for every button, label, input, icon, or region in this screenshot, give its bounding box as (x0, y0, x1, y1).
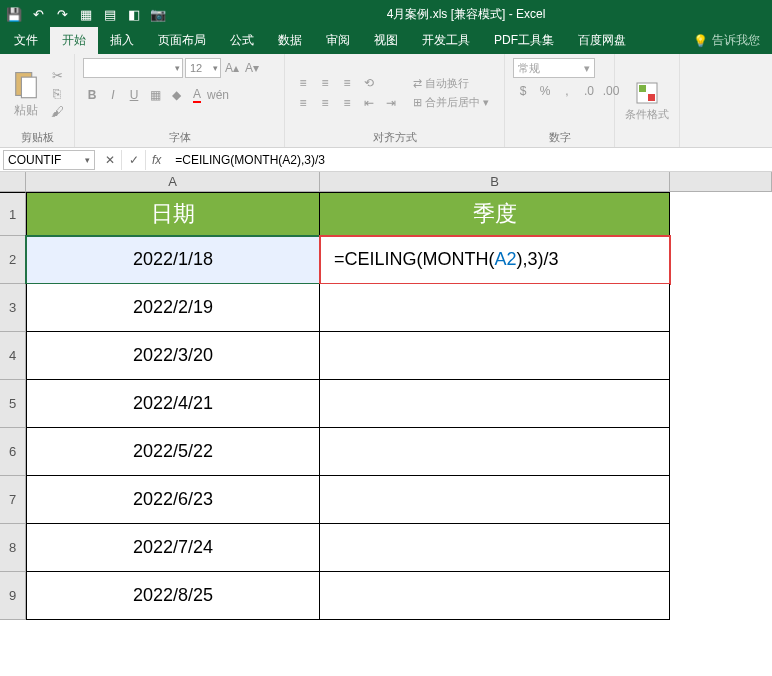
align-center-icon[interactable]: ≡ (315, 94, 335, 112)
merge-center-button[interactable]: ⊞ 合并后居中 ▾ (413, 95, 489, 110)
conditional-format-button[interactable]: 条件格式 (623, 79, 671, 124)
cell-b1[interactable]: 季度 (320, 192, 670, 236)
currency-icon[interactable]: $ (513, 82, 533, 100)
cell-b4[interactable] (320, 332, 670, 380)
cell-b7[interactable] (320, 476, 670, 524)
svg-rect-4 (648, 94, 655, 101)
cell-b9[interactable] (320, 572, 670, 620)
percent-icon[interactable]: % (535, 82, 555, 100)
cell-a8[interactable]: 2022/7/24 (26, 524, 320, 572)
cell-b5[interactable] (320, 380, 670, 428)
qat-icon-6[interactable]: ◧ (126, 6, 142, 22)
table-row: 7 2022/6/23 (0, 476, 772, 524)
table-row: 5 2022/4/21 (0, 380, 772, 428)
formula-bar: COUNTIF ✕ ✓ fx =CEILING(MONTH(A2),3)/3 (0, 148, 772, 172)
italic-button[interactable]: I (104, 86, 122, 104)
bold-button[interactable]: B (83, 86, 101, 104)
align-bottom-icon[interactable]: ≡ (337, 74, 357, 92)
indent-dec-icon[interactable]: ⇤ (359, 94, 379, 112)
tab-baidu[interactable]: 百度网盘 (566, 27, 638, 54)
font-group: 12 A▴ A▾ B I U ▦ ◆ A wén 字体 (75, 54, 285, 147)
col-header-rest[interactable] (670, 172, 772, 191)
align-left-icon[interactable]: ≡ (293, 94, 313, 112)
row-header-5[interactable]: 5 (0, 380, 26, 428)
redo-icon[interactable]: ↷ (54, 6, 70, 22)
border-button[interactable]: ▦ (146, 86, 164, 104)
cell-a1[interactable]: 日期 (26, 192, 320, 236)
cell-a5[interactable]: 2022/4/21 (26, 380, 320, 428)
tab-developer[interactable]: 开发工具 (410, 27, 482, 54)
row-header-4[interactable]: 4 (0, 332, 26, 380)
cancel-button[interactable]: ✕ (98, 150, 122, 170)
phonetic-button[interactable]: wén (209, 86, 227, 104)
qat-icon-5[interactable]: ▤ (102, 6, 118, 22)
alignment-label: 对齐方式 (293, 128, 496, 145)
row-header-7[interactable]: 7 (0, 476, 26, 524)
tab-home[interactable]: 开始 (50, 27, 98, 54)
col-header-a[interactable]: A (26, 172, 320, 191)
decimal-inc-icon[interactable]: .0 (579, 82, 599, 100)
decrease-font-icon[interactable]: A▾ (243, 59, 261, 77)
name-box[interactable]: COUNTIF (3, 150, 95, 170)
cell-a6[interactable]: 2022/5/22 (26, 428, 320, 476)
table-row: 4 2022/3/20 (0, 332, 772, 380)
cell-a9[interactable]: 2022/8/25 (26, 572, 320, 620)
fill-color-button[interactable]: ◆ (167, 86, 185, 104)
tab-pdf[interactable]: PDF工具集 (482, 27, 566, 54)
tab-file[interactable]: 文件 (2, 27, 50, 54)
tab-insert[interactable]: 插入 (98, 27, 146, 54)
cell-a3[interactable]: 2022/2/19 (26, 284, 320, 332)
row-header-3[interactable]: 3 (0, 284, 26, 332)
camera-icon[interactable]: 📷 (150, 6, 166, 22)
styles-group: 条件格式 (615, 54, 680, 147)
paste-button[interactable]: 粘贴 (8, 66, 44, 121)
lightbulb-icon: 💡 (693, 34, 708, 48)
row-header-9[interactable]: 9 (0, 572, 26, 620)
tab-formulas[interactable]: 公式 (218, 27, 266, 54)
cell-a7[interactable]: 2022/6/23 (26, 476, 320, 524)
row-header-6[interactable]: 6 (0, 428, 26, 476)
tab-layout[interactable]: 页面布局 (146, 27, 218, 54)
font-color-button[interactable]: A (188, 86, 206, 104)
align-right-icon[interactable]: ≡ (337, 94, 357, 112)
underline-button[interactable]: U (125, 86, 143, 104)
qat-icon-4[interactable]: ▦ (78, 6, 94, 22)
indent-inc-icon[interactable]: ⇥ (381, 94, 401, 112)
row-header-8[interactable]: 8 (0, 524, 26, 572)
increase-font-icon[interactable]: A▴ (223, 59, 241, 77)
row-header-1[interactable]: 1 (0, 192, 26, 236)
save-icon[interactable]: 💾 (6, 6, 22, 22)
row-header-2[interactable]: 2 (0, 236, 26, 284)
cell-b8[interactable] (320, 524, 670, 572)
sheet-area: A B 1 日期 季度 2 2022/1/18 =CEILING(MONTH(A… (0, 172, 772, 620)
cut-icon[interactable]: ✂ (48, 67, 66, 83)
cell-b2[interactable]: =CEILING(MONTH(A2),3)/3 (320, 236, 670, 284)
formula-input[interactable]: =CEILING(MONTH(A2),3)/3 (167, 148, 772, 171)
font-name-combo[interactable] (83, 58, 183, 78)
svg-rect-1 (21, 77, 36, 98)
font-size-combo[interactable]: 12 (185, 58, 221, 78)
align-top-icon[interactable]: ≡ (293, 74, 313, 92)
number-group: 常规▾ $ % , .0 .00 数字 (505, 54, 615, 147)
tell-me-button[interactable]: 💡 告诉我您 (683, 27, 770, 54)
wrap-text-button[interactable]: ⇄ 自动换行 (413, 76, 489, 91)
tab-view[interactable]: 视图 (362, 27, 410, 54)
number-format-combo[interactable]: 常规▾ (513, 58, 595, 78)
align-middle-icon[interactable]: ≡ (315, 74, 335, 92)
fx-icon[interactable]: fx (146, 153, 167, 167)
cell-b6[interactable] (320, 428, 670, 476)
select-all-corner[interactable] (0, 172, 26, 191)
col-header-b[interactable]: B (320, 172, 670, 191)
tab-review[interactable]: 审阅 (314, 27, 362, 54)
cell-b3[interactable] (320, 284, 670, 332)
copy-icon[interactable]: ⎘ (48, 85, 66, 101)
orientation-icon[interactable]: ⟲ (359, 74, 379, 92)
cell-a4[interactable]: 2022/3/20 (26, 332, 320, 380)
tab-data[interactable]: 数据 (266, 27, 314, 54)
comma-icon[interactable]: , (557, 82, 577, 100)
enter-button[interactable]: ✓ (122, 150, 146, 170)
cell-a2[interactable]: 2022/1/18 (26, 236, 320, 284)
format-painter-icon[interactable]: 🖌 (48, 103, 66, 119)
undo-icon[interactable]: ↶ (30, 6, 46, 22)
number-label: 数字 (513, 128, 606, 145)
